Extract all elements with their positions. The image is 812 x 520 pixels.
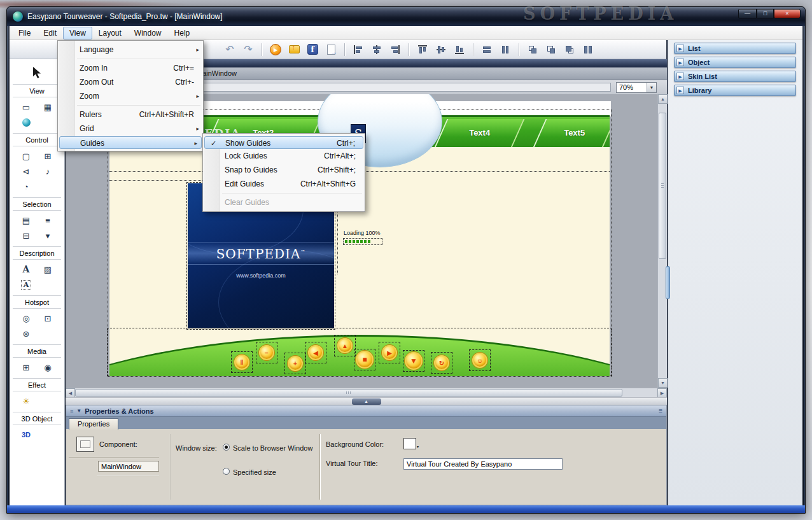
zoom-in-button[interactable]: + [284,353,306,374]
horizontal-scrollbar[interactable]: ◀ ▶ [66,388,667,397]
rotate-button[interactable]: ↻ [431,352,452,374]
menu-item-snap-to-guides[interactable]: Snap to Guides Ctrl+Shift+; [203,163,365,177]
preview-button[interactable]: ▶ [268,42,283,57]
pan-up-button[interactable]: ▲ [334,335,356,356]
image-tool-icon[interactable]: ▦ [39,101,56,113]
stop-button[interactable]: ■ [354,349,375,370]
chevron-down-icon[interactable]: ▾ [417,444,419,449]
panel-library[interactable]: ▶ Library [674,85,796,96]
publish-button[interactable]: ↑ [286,42,302,57]
scroll-right-icon[interactable]: ▶ [657,388,667,398]
slider-tool-icon[interactable]: ⊲ [18,165,34,178]
vertical-scrollbar[interactable]: ▲ ▼ [657,94,667,388]
horizontal-scroll-track[interactable] [75,388,657,397]
tab-properties[interactable]: Properties [69,418,118,430]
media-grid-tool-icon[interactable]: ⊞ [18,361,34,374]
menu-item-show-guides[interactable]: ✓ Show Guides Ctrl+; [204,136,363,149]
list-tool-icon[interactable]: ≡ [39,214,56,227]
align-top-icon[interactable] [415,42,430,57]
pan-down-button[interactable]: ▼ [403,350,424,372]
nav-tab-text4[interactable]: Text4 [434,119,525,147]
vertical-scroll-thumb[interactable] [659,113,666,259]
menu-item-zoom[interactable]: Zoom ▸ [58,89,203,103]
link-tool-icon[interactable]: ⊛ [18,327,34,340]
3d-object-tool-icon[interactable]: 3D [18,428,34,441]
pie-tool-icon[interactable]: ◔ [18,180,34,193]
zoom-select[interactable]: 70% ▼ [616,82,657,93]
maximize-button[interactable]: □ [757,9,774,18]
menu-item-lock-guides[interactable]: Lock Guides Ctrl+Alt+; [203,149,365,163]
tour-title-input[interactable] [403,458,563,470]
expand-arrow-icon[interactable]: ▶ [676,59,684,66]
export-button[interactable]: → [323,42,339,57]
sound-tool-icon[interactable]: ♪ [39,165,56,178]
menu-item-language[interactable]: Language ▸ [58,43,203,57]
scroll-down-icon[interactable]: ▼ [658,378,668,388]
pan-right-button[interactable]: ▶ [379,342,400,363]
collapse-arrow-icon[interactable]: ▼ [76,408,81,414]
effect-tool-icon[interactable]: ☀ [18,395,34,407]
menu-help[interactable]: Help [168,27,197,39]
menu-file[interactable]: File [12,27,37,39]
expand-arrow-icon[interactable]: ▶ [676,87,684,94]
vertical-splitter-handle[interactable] [666,266,670,299]
pan-left-button[interactable]: ◀ [305,342,326,363]
filmstrip-tool-icon[interactable]: ▤ [18,214,34,227]
collapse-handle[interactable]: ▲ [352,398,381,405]
same-size-icon[interactable] [525,42,540,57]
thumbnail-tool-icon[interactable]: ⊟ [18,229,34,242]
label-tool-icon[interactable]: A [18,278,34,291]
minimize-button[interactable]: — [738,9,757,18]
specified-size-radio[interactable] [223,468,230,475]
background-color-swatch[interactable] [403,438,416,449]
menu-item-guides[interactable]: Guides ▸ [59,136,202,149]
align-left-icon[interactable] [351,42,366,57]
panel-object[interactable]: ▶ Object [674,57,796,68]
loading-progress[interactable] [343,238,382,245]
horizontal-scroll-thumb[interactable] [75,389,622,397]
scale-to-browser-radio[interactable] [223,444,230,451]
menu-item-zoom-in[interactable]: Zoom In Ctrl+= [58,61,203,75]
nav-tab-text5[interactable]: Text5 [533,119,610,147]
scale-to-browser-label[interactable]: Scale to Browser Window [233,444,312,452]
menu-item-edit-guides[interactable]: Edit Guides Ctrl+Alt+Shift+G [203,177,365,191]
select-tool-button[interactable] [25,63,48,82]
menu-view[interactable]: View [63,27,92,39]
disc-tool-icon[interactable]: ◉ [39,361,56,374]
menu-item-zoom-out[interactable]: Zoom Out Ctrl+- [58,75,203,89]
menu-item-rulers[interactable]: Rulers Ctrl+Alt+Shift+R [58,108,203,122]
menu-window[interactable]: Window [128,27,168,39]
expand-arrow-icon[interactable]: ▶ [676,45,684,52]
menu-item-grid[interactable]: Grid ▸ [58,122,203,136]
button-tool-icon[interactable]: ▢ [18,150,34,162]
rectangle-frame-tool-icon[interactable]: ▭ [18,101,34,113]
close-button[interactable]: × [774,9,801,18]
panel-skin-list[interactable]: ▶ Skin List [674,71,796,82]
align-right-icon[interactable] [388,42,403,57]
scroll-left-icon[interactable]: ◀ [66,388,75,398]
zoom-out-button[interactable]: − [256,342,277,363]
align-bottom-icon[interactable] [452,42,467,57]
hotspot-tool-icon[interactable]: ◎ [18,312,34,325]
textarea-tool-icon[interactable]: ▨ [39,263,56,276]
component-name-field[interactable] [98,461,159,472]
send-back-icon[interactable] [562,42,577,57]
specified-size-label[interactable]: Specified size [233,468,276,476]
menu-layout[interactable]: Layout [92,27,128,39]
redo-icon[interactable]: ↷ [241,42,256,57]
align-vcenter-icon[interactable] [369,42,384,57]
help-button[interactable]: ☺ [469,349,491,371]
panel-list[interactable]: ▶ List [674,43,796,54]
undo-icon[interactable]: ↶ [222,42,237,57]
expand-arrow-icon[interactable]: ▶ [676,73,684,80]
properties-header[interactable]: ≡ ▼ Properties & Actions ≡ [66,405,666,416]
same-width-icon[interactable] [479,42,494,57]
table-tool-icon[interactable]: ⊞ [39,150,56,162]
text-tool-icon[interactable]: A [18,263,34,276]
vertical-scroll-track[interactable] [658,104,667,378]
polygon-hotspot-tool-icon[interactable]: ⊡ [39,312,56,325]
chevron-down-icon[interactable]: ▼ [647,83,656,92]
scroll-up-icon[interactable]: ▲ [658,94,668,104]
horizontal-splitter[interactable]: ▲ [66,397,667,405]
pause-button[interactable]: ‖ [231,351,253,373]
